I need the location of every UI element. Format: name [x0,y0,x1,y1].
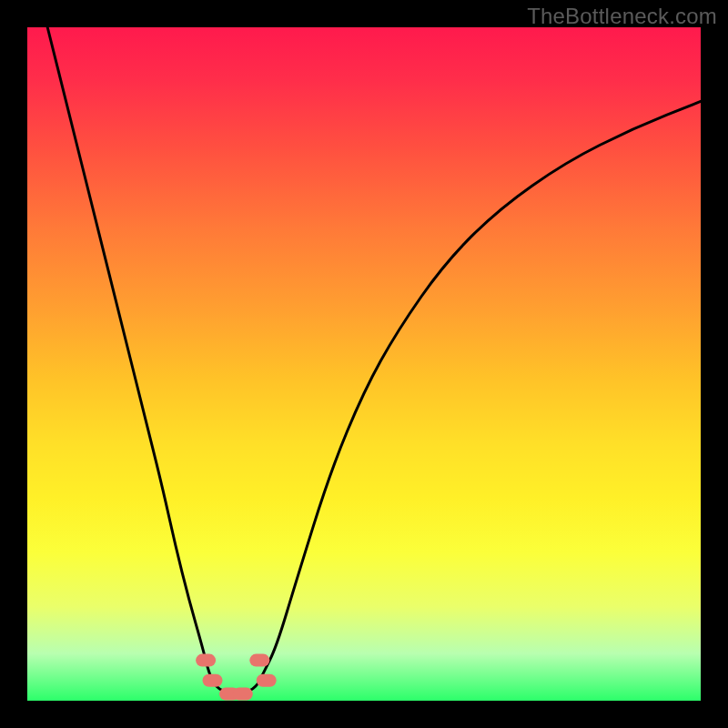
data-marker [203,674,223,687]
watermark-text: TheBottleneck.com [527,4,717,29]
plot-area [27,27,701,701]
data-marker [249,654,269,667]
curve-svg [27,27,701,701]
marker-group [196,654,277,701]
chart-frame: TheBottleneck.com [0,0,728,728]
data-marker [196,654,216,667]
data-marker [257,674,277,687]
curve-path [47,27,701,694]
data-marker [233,688,253,701]
